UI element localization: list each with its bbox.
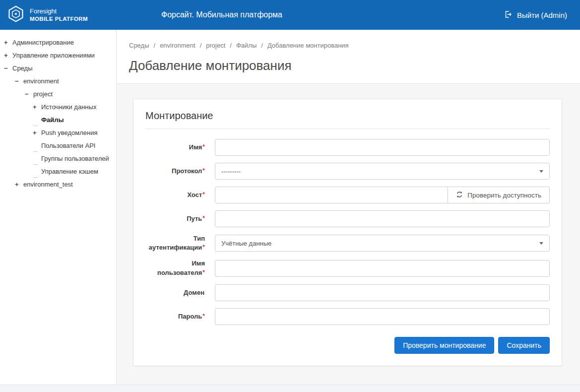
required-mark: *	[202, 215, 205, 222]
form-row-host: Хост* Проверить доступность	[145, 187, 550, 203]
expand-plus-icon[interactable]: +	[33, 129, 41, 136]
form-row-protocol: Протокол* ---------	[145, 163, 550, 180]
host-input-group: Проверить доступность	[215, 187, 550, 203]
sidebar-item-files[interactable]: Файлы	[0, 113, 116, 126]
required-mark: *	[202, 191, 205, 198]
required-mark: *	[202, 244, 205, 251]
protocol-label: Протокол*	[145, 167, 215, 176]
form-row-path: Путь*	[145, 210, 550, 227]
required-mark: *	[202, 313, 205, 320]
app-title: Форсайт. Мобильная платформа	[161, 10, 282, 19]
collapse-minus-icon[interactable]: −	[4, 65, 12, 72]
sidebar-navigation-tree: + Администрирование + Управление приложе…	[0, 30, 117, 385]
form-row-name: Имя*	[145, 139, 550, 156]
sidebar-item-push-notifications[interactable]: + Push уведомления	[0, 126, 116, 139]
sidebar-item-user-groups[interactable]: Группы пользователей	[0, 152, 116, 165]
expand-plus-icon[interactable]: +	[15, 181, 23, 188]
username-label: Имя пользователя*	[145, 259, 215, 277]
domain-field[interactable]	[215, 284, 550, 301]
hexagon-logo-icon	[7, 5, 25, 25]
sidebar-item-project[interactable]: − project	[0, 87, 116, 100]
sidebar-item-environment[interactable]: − environment	[0, 74, 116, 87]
domain-label: Домен	[145, 288, 215, 297]
collapse-minus-icon[interactable]: −	[25, 90, 33, 98]
path-label: Путь*	[145, 214, 215, 223]
form-row-domain: Домен	[145, 284, 550, 301]
breadcrumb-separator: /	[230, 42, 232, 49]
sidebar-item-cache-management[interactable]: Управление кэшем	[0, 165, 116, 178]
breadcrumb-separator: /	[200, 42, 202, 49]
password-field[interactable]	[215, 308, 550, 325]
top-header: Foresight MOBILE PLATFORM Форсайт. Мобил…	[0, 0, 580, 30]
form-actions: Проверить монтирование Сохранить	[145, 337, 550, 354]
host-label: Хост*	[145, 191, 215, 199]
sidebar-item-administration[interactable]: + Администрирование	[0, 36, 116, 49]
collapse-minus-icon[interactable]: −	[15, 77, 23, 85]
save-button[interactable]: Сохранить	[498, 337, 550, 354]
logo-line2: MOBILE PLATFORM	[30, 15, 88, 22]
password-label: Пароль*	[145, 312, 215, 321]
protocol-select-value: ---------	[221, 168, 241, 175]
logo-line1: Foresight	[30, 7, 88, 15]
form-row-username: Имя пользователя*	[145, 259, 550, 277]
sidebar-item-data-sources[interactable]: + Источники данных	[0, 100, 116, 113]
auth-type-label: Тип аутентификации*	[145, 234, 215, 252]
breadcrumb-separator: /	[261, 42, 263, 49]
expand-plus-icon[interactable]: +	[33, 103, 41, 111]
check-mount-button[interactable]: Проверить монтирование	[394, 337, 494, 354]
chevron-down-icon	[539, 242, 543, 245]
host-field[interactable]	[215, 187, 448, 203]
path-field[interactable]	[215, 210, 550, 227]
protocol-select[interactable]: ---------	[215, 163, 550, 180]
name-field[interactable]	[215, 139, 550, 156]
logout-label: Выйти (Admin)	[517, 11, 567, 19]
breadcrumb-current: Добавление монтирования	[267, 42, 349, 49]
breadcrumb-project[interactable]: project	[206, 42, 225, 49]
horizontal-scrollbar[interactable]	[0, 385, 580, 392]
refresh-icon	[456, 191, 463, 199]
breadcrumb: Среды / environment / project / Файлы / …	[117, 30, 580, 49]
breadcrumb-separator: /	[154, 42, 156, 49]
expand-plus-icon[interactable]: +	[4, 52, 12, 59]
foresight-logo[interactable]: Foresight MOBILE PLATFORM	[0, 5, 117, 25]
mount-form-card: Монтирование Имя* Протокол* --------- Хо…	[133, 99, 562, 366]
required-mark: *	[202, 269, 205, 276]
page-title: Добавление монтирования	[117, 49, 580, 83]
main-content: Среды / environment / project / Файлы / …	[117, 30, 580, 385]
sidebar-item-app-management[interactable]: + Управление приложениями	[0, 49, 116, 62]
auth-type-select-value: Учётные данные	[221, 240, 271, 247]
check-availability-button[interactable]: Проверить доступность	[448, 187, 550, 203]
form-row-auth-type: Тип аутентификации* Учётные данные	[145, 234, 550, 252]
breadcrumb-environment[interactable]: environment	[160, 42, 195, 49]
required-mark: *	[202, 143, 205, 150]
expand-plus-icon[interactable]: +	[4, 39, 12, 46]
name-label: Имя*	[145, 143, 215, 152]
sidebar-item-environments[interactable]: − Среды	[0, 62, 116, 74]
logout-button[interactable]: Выйти (Admin)	[504, 10, 567, 20]
content-body: Монтирование Имя* Протокол* --------- Хо…	[117, 83, 580, 385]
breadcrumb-files[interactable]: Файлы	[236, 42, 257, 49]
form-row-password: Пароль*	[145, 308, 550, 325]
sidebar-item-api-users[interactable]: Пользователи API	[0, 139, 116, 152]
sidebar-item-environment-test[interactable]: + environment_test	[0, 178, 116, 191]
breadcrumb-environments[interactable]: Среды	[129, 42, 149, 49]
form-title: Монтирование	[145, 110, 550, 129]
check-availability-label: Проверить доступность	[467, 192, 541, 199]
required-mark: *	[202, 167, 205, 174]
logout-icon	[504, 10, 513, 20]
username-field[interactable]	[215, 260, 550, 277]
chevron-down-icon	[539, 170, 543, 173]
auth-type-select[interactable]: Учётные данные	[215, 235, 550, 252]
